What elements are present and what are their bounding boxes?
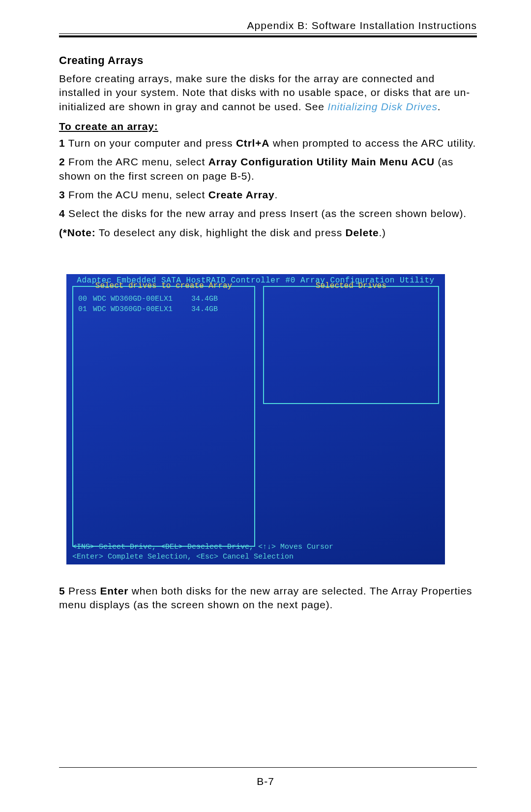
step-5-a: Press — [65, 585, 100, 596]
step-5-key: Enter — [100, 585, 128, 596]
drive-size: 34.4GB — [191, 305, 218, 313]
step-4: 4 Select the disks for the new array and… — [59, 207, 477, 220]
intro-paragraph: Before creating arrays, make sure the di… — [59, 72, 477, 114]
header-rule — [59, 35, 477, 37]
section-title: Creating Arrays — [59, 54, 477, 67]
bios-left-panel-label: Select drives to create Array — [92, 281, 235, 290]
note-label: (*Note: — [59, 227, 95, 238]
drive-size: 34.4GB — [191, 295, 218, 303]
init-drives-link[interactable]: Initializing Disk Drives — [327, 101, 437, 112]
step-1-num: 1 — [59, 137, 65, 149]
drive-row: 00WDC WD360GD-00ELX134.4GB — [78, 295, 249, 303]
step-3-a: From the ACU menu, select — [65, 189, 208, 200]
step-4-a: Select the disks for the new array and p… — [65, 208, 467, 219]
step-2-a: From the ARC menu, select — [65, 156, 208, 167]
step-2: 2 From the ARC menu, select Array Config… — [59, 155, 477, 183]
bios-footer-line2: <Enter> Complete Selection, <Esc> Cancel… — [72, 553, 294, 561]
bios-right-panel: Selected Drives — [263, 286, 439, 404]
step-1-a: Turn on your computer and press — [65, 137, 236, 149]
step-3-num: 3 — [59, 189, 65, 200]
note-key: Delete — [346, 227, 379, 238]
bios-left-panel: Select drives to create Array 00WDC WD36… — [72, 286, 255, 547]
step-1: 1 Turn on your computer and press Ctrl+A… — [59, 136, 477, 150]
step-1-c: when prompted to access the ARC utility. — [269, 137, 476, 149]
bios-screenshot: Adaptec Embedded SATA HostRAID Controlle… — [66, 274, 445, 564]
subheading: To create an array: — [59, 121, 477, 132]
step-4-num: 4 — [59, 208, 65, 219]
note-a: To deselect any disk, highlight the disk… — [95, 227, 345, 238]
page-header: Appendix B: Software Installation Instru… — [59, 20, 477, 34]
step-2-num: 2 — [59, 156, 65, 167]
drive-model: WDC WD360GD-00ELX1 — [93, 295, 191, 303]
bios-footer: <INS> Select Drive, <DEL> Deselect Drive… — [72, 542, 333, 562]
step-3: 3 From the ACU menu, select Create Array… — [59, 188, 477, 202]
note: (*Note: To deselect any disk, highlight … — [59, 226, 477, 240]
intro-tail: . — [438, 101, 441, 112]
step-1-key: Ctrl+A — [236, 137, 269, 149]
step-5: 5 Press Enter when both disks for the ne… — [59, 584, 477, 612]
bios-right-panel-label: Selected Drives — [313, 281, 389, 290]
drive-id: 01 — [78, 305, 93, 313]
page-number: B-7 — [0, 776, 531, 787]
note-c: .) — [379, 227, 385, 238]
step-2-key: Array Configuration Utility Main Menu AC… — [208, 156, 435, 167]
footer-rule — [59, 767, 477, 768]
step-5-num: 5 — [59, 585, 65, 596]
drive-row: 01WDC WD360GD-00ELX134.4GB — [78, 305, 249, 313]
step-3-c: . — [275, 189, 278, 200]
drive-id: 00 — [78, 295, 93, 303]
step-3-key: Create Array — [208, 189, 275, 200]
bios-footer-line1: <INS> Select Drive, <DEL> Deselect Drive… — [72, 543, 333, 551]
drive-model: WDC WD360GD-00ELX1 — [93, 305, 191, 313]
